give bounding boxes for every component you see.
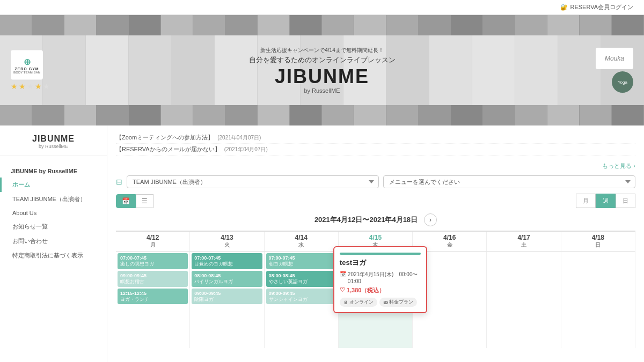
performer-select[interactable]: TEAM JIBUNME（出演者） [127,175,379,188]
sidebar-nav: ホーム TEAM JIBUNME（出演者） About Us お知らせ一覧 お問… [0,178,107,263]
popup-header-bar [340,253,421,255]
class-name: 瞑想お稽古 [120,279,185,285]
photo-item [386,15,419,35]
star-2: ★ [19,82,26,91]
photo-item [290,15,322,35]
news-section: 【Zoomミーティングへの参加方法】 (2021年04月07日) 【RESERV… [116,132,635,156]
sidebar-logo-by: by RussellME [11,144,96,149]
cal-day-header-wed: 4/14 水 [265,232,339,252]
class-card[interactable]: 07:00-07:45 朝ヨガ瞑想 [266,253,336,269]
zerogym-sub: BODY TEAM SAN [13,70,40,73]
day-num-sat: 4/17 [488,234,559,241]
zerogym-logo: ⊕ ZERO GYM BODY TEAM SAN [11,50,43,80]
class-name: 癒しの瞑想ヨガ [120,261,185,267]
calendar-icon: 📅 [340,271,346,277]
photo-item [354,105,386,125]
news-date-2: (2021年04月07日) [224,146,268,152]
photo-item [386,105,419,125]
class-popup: testヨガ 📅 2021年4月15日(木) 00:00〜01:00 ♡ 1,3… [333,246,427,313]
day-name-mon: 月 [117,241,188,249]
week-view-button[interactable]: 週 [596,194,616,208]
news-item-2[interactable]: 【RESERVAからのメールが届かない】 (2021年04月07日) [116,144,635,156]
class-card[interactable]: 09:00-09:45 サンシャインヨガ [266,289,336,305]
class-card[interactable]: 07:00-07:45 目覚めのヨガ瞑想 [192,253,262,269]
photo-item [258,105,290,125]
hero-by: by RussellME [249,87,396,94]
photo-item [32,105,64,125]
class-card[interactable]: 08:00-08:45 やさしい英語ヨガ [266,271,336,287]
day-num-thu: 4/15 [340,234,411,241]
class-time: 09:00-09:45 [269,291,334,296]
photo-item [290,105,322,125]
sidebar-item-home[interactable]: ホーム [0,178,107,192]
class-name: やさしい英語ヨガ [269,279,334,285]
photo-strip-bottom [0,105,644,125]
sidebar-section-title: JIBUNME by RussellME [0,162,107,178]
class-card[interactable]: 09:00-09:45 陰陽ヨガ [192,289,262,305]
heart-icon: ♡ [340,286,345,293]
cal-col-thu: testヨガ 📅 2021年4月15日(木) 00:00〜01:00 ♡ 1,3… [339,252,413,348]
hero-campaign: 新生活応援キャンペーンで4/14まで無料期間延長！ [249,47,396,54]
news-item-1[interactable]: 【Zoomミーティングへの参加方法】 (2021年04月07日) [116,132,635,144]
sidebar-item-contact[interactable]: お問い合わせ [0,234,107,248]
view-toggle: 📅 ☰ 月 週 日 [116,194,635,208]
cal-col-tue: 07:00-07:45 目覚めのヨガ瞑想 08:00-08:45 バイリンガルヨ… [190,252,264,348]
photo-item [0,105,32,125]
cal-day-header-mon: 4/12 月 [116,232,190,252]
list-view-button[interactable]: ☰ [136,194,153,208]
photo-item [547,105,580,125]
popup-tags: 🖥 オンライン 🎟 料金プラン [340,298,421,307]
photo-item [483,15,515,35]
day-view-button[interactable]: 日 [616,194,635,208]
class-time: 09:00-09:45 [194,291,259,296]
class-name: ヨガ・ランチ [120,297,185,302]
day-name-sat: 土 [488,241,559,249]
photo-item [97,15,129,35]
class-time: 08:00-08:45 [269,273,334,278]
class-name: バイリンガルヨガ [194,279,259,285]
hero-banner: ⊕ ZERO GYM BODY TEAM SAN ★ ★ ★ ★ ★ 新生活応援… [0,35,644,105]
day-name-wed: 水 [266,241,337,249]
sidebar-item-team[interactable]: TEAM JIBUNME（出演者） [0,192,107,206]
class-card[interactable]: 07:00-07:45 癒しの瞑想ヨガ [118,253,188,269]
month-view-button[interactable]: 月 [576,194,596,208]
news-date-1: (2021年04月07日) [217,135,261,141]
class-card[interactable]: 08:00-08:45 バイリンガルヨガ [192,271,262,287]
photo-item [612,15,644,35]
sidebar-item-news[interactable]: お知らせ一覧 [0,219,107,234]
photo-item [161,15,193,35]
star-rating: ★ ★ ★ ★ ★ [11,82,50,91]
popup-price: ♡ 1,380（税込） [340,286,421,294]
day-num-sun: 4/18 [562,234,634,241]
more-link[interactable]: もっと見る › [116,162,635,170]
photo-item [483,105,515,125]
cal-day-header-sat: 4/17 土 [487,232,561,252]
zerogym-icon: ⊕ [24,56,31,67]
class-time: 08:00-08:45 [194,273,259,278]
popup-tag-online[interactable]: 🖥 オンライン [340,298,377,307]
cal-col-wed: 07:00-07:45 朝ヨガ瞑想 08:00-08:45 やさしい英語ヨガ 0… [265,252,339,348]
sidebar-item-about[interactable]: About Us [0,206,107,219]
photo-item [322,15,354,35]
class-card[interactable]: 12:15-12:45 ヨガ・ランチ [118,289,188,305]
class-time: 07:00-07:45 [120,255,185,261]
class-card[interactable]: 09:00-09:45 瞑想お稽古 [118,271,188,287]
star-1: ★ [11,82,18,91]
popup-tag-plan[interactable]: 🎟 料金プラン [379,298,417,307]
monitor-icon: 🖥 [343,300,348,305]
class-time: 12:15-12:45 [120,291,185,296]
news-text-1: 【Zoomミーティングへの参加方法】 [116,134,214,141]
sidebar-item-legal[interactable]: 特定商取引法に基づく表示 [0,248,107,263]
ticket-icon: 🎟 [383,300,388,305]
login-button[interactable]: 🔐 RESERVA会員ログイン [560,3,633,11]
photo-item [612,105,644,125]
photo-item [322,105,354,125]
calendar-next-button[interactable]: › [424,213,437,226]
photo-item [193,15,225,35]
filter-row: ⊟ TEAM JIBUNME（出演者） メニューを選んでください [116,175,635,188]
class-time: 07:00-07:45 [269,255,334,261]
photo-item [32,15,64,35]
calendar-grid: 4/12 月 4/13 火 4/14 水 4/15 木 4/16 金 4/17 … [116,231,635,348]
menu-select[interactable]: メニューを選んでください [383,175,635,188]
calendar-view-button[interactable]: 📅 [116,194,136,208]
